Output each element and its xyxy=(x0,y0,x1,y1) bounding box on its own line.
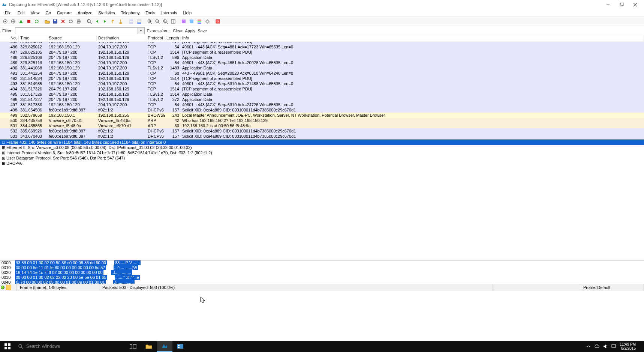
explorer-icon[interactable] xyxy=(141,341,157,352)
status-profile[interactable]: Profile: Default xyxy=(580,284,644,291)
filter-dropdown-icon[interactable]: ▾ xyxy=(138,27,145,34)
zoom-out-icon[interactable] xyxy=(154,18,161,25)
preferences-icon[interactable] xyxy=(204,18,211,25)
apply-button[interactable]: Apply xyxy=(185,29,195,33)
go-to-packet-icon[interactable] xyxy=(109,18,117,25)
packet-row[interactable]: 493331.514935192.168.150.129204.79.197.2… xyxy=(0,81,644,86)
menu-view[interactable]: View xyxy=(28,10,42,16)
show-desktop-button[interactable] xyxy=(642,341,643,352)
settings-taskbar-icon[interactable] xyxy=(172,341,188,352)
packet-row[interactable]: 498331.654506fe80::e1b9:9df8:397ff02::1:… xyxy=(0,107,644,113)
zoom-in-icon[interactable] xyxy=(146,18,153,25)
stop-capture-icon[interactable] xyxy=(25,18,33,25)
packet-row[interactable]: 486329.825012192.168.150.129204.79.197.2… xyxy=(0,44,644,50)
go-first-icon[interactable] xyxy=(117,18,124,25)
menu-edit[interactable]: Edit xyxy=(15,10,27,16)
go-forward-icon[interactable] xyxy=(101,18,109,25)
col-header-info[interactable]: Info xyxy=(181,35,644,42)
save-icon[interactable] xyxy=(51,18,59,25)
maximize-button[interactable] xyxy=(619,2,624,7)
detail-line[interactable]: ⊞ User Datagram Protocol, Src Port: 546 … xyxy=(0,155,644,161)
autoscroll-icon[interactable] xyxy=(135,18,143,25)
packet-row[interactable]: 502335.669926fe80::e1b9:9df8:397ff02::1:… xyxy=(0,128,644,134)
packet-row[interactable]: 494331.517326204.79.197.200192.168.150.1… xyxy=(0,86,644,92)
capture-filters-icon[interactable] xyxy=(180,18,187,25)
save-button[interactable]: Save xyxy=(198,29,207,33)
onedrive-icon[interactable] xyxy=(594,344,599,348)
menu-internals[interactable]: Internals xyxy=(159,10,180,16)
go-back-icon[interactable] xyxy=(93,18,101,25)
packet-row[interactable]: 491331.441254204.79.197.200192.168.150.1… xyxy=(0,71,644,76)
col-header-protocol[interactable]: Protocol xyxy=(146,35,165,42)
menu-tools[interactable]: Tools xyxy=(143,10,158,16)
display-filters-icon[interactable] xyxy=(188,18,195,25)
hex-row[interactable]: 002016 14 74 1e 1c 7f ff 02 00 00 00 00 … xyxy=(0,270,644,275)
notifications-icon[interactable] xyxy=(611,344,616,349)
menu-analyze[interactable]: Analyze xyxy=(75,10,95,16)
zoom-reset-icon[interactable]: 1 xyxy=(162,18,169,25)
col-header-destination[interactable]: Destination xyxy=(97,35,146,42)
close-file-icon[interactable] xyxy=(59,18,67,25)
start-button[interactable] xyxy=(0,341,15,352)
packet-row[interactable]: 497331.517356192.168.150.129204.79.197.2… xyxy=(0,102,644,107)
taskbar-search[interactable]: Search Windows xyxy=(15,341,124,352)
packet-list[interactable]: 485329.824869204.79.197.200192.168.150.1… xyxy=(0,42,644,139)
expression-button[interactable]: Expression... xyxy=(147,29,171,33)
hex-row[interactable]: 000033 33 00 01 00 02 00 50 56 c0 00 08 … xyxy=(0,260,644,265)
close-button[interactable] xyxy=(633,2,637,7)
detail-line[interactable]: ⊞ DHCPv6 xyxy=(0,161,644,166)
find-icon[interactable] xyxy=(85,18,93,25)
packet-row[interactable]: 499332.579659192.168.150.1192.168.150.25… xyxy=(0,113,644,118)
volume-icon[interactable] xyxy=(603,344,608,349)
detail-line[interactable]: ⊞ Internet Protocol Version 6, Src: fe80… xyxy=(0,150,644,155)
taskbar-clock[interactable]: 11:49 PM 8/2/2015 xyxy=(620,342,638,350)
hex-row[interactable]: 0040f1 7d 00 08 00 02 05 dc 00 01 00 0e … xyxy=(0,280,644,284)
packet-row[interactable]: 496331.517327204.79.197.200192.168.150.1… xyxy=(0,97,644,102)
menu-capture[interactable]: Capture xyxy=(54,10,74,16)
coloring-rules-icon[interactable] xyxy=(196,18,203,25)
menu-telephony[interactable]: Telephony xyxy=(118,10,142,16)
clear-button[interactable]: Clear xyxy=(173,29,183,33)
menu-go[interactable]: Go xyxy=(43,10,54,16)
start-capture-icon[interactable] xyxy=(17,18,25,25)
resize-columns-icon[interactable] xyxy=(169,18,177,25)
task-view-icon[interactable] xyxy=(125,341,141,352)
col-header-time[interactable]: Time xyxy=(19,35,47,42)
packet-row[interactable]: 490331.441068192.168.150.129204.79.197.2… xyxy=(0,65,644,71)
filter-input[interactable] xyxy=(15,27,138,34)
open-icon[interactable] xyxy=(43,18,51,25)
hex-row[interactable]: 003000 00 00 01 00 02 02 22 02 23 00 5e … xyxy=(0,275,644,280)
col-header-no[interactable]: No. xyxy=(0,35,19,42)
restart-capture-icon[interactable] xyxy=(33,18,40,25)
options-icon[interactable] xyxy=(9,18,17,25)
packet-row[interactable]: 500334.435758Vmware_c6:70:d1Vmware_f5:48… xyxy=(0,118,644,123)
packet-row[interactable]: 495331.517326204.79.197.200192.168.150.1… xyxy=(0,92,644,97)
hex-pane[interactable]: 000033 33 00 01 00 02 00 50 56 c0 00 08 … xyxy=(0,260,644,284)
tray-chevron-icon[interactable] xyxy=(587,344,590,348)
menu-help[interactable]: Help xyxy=(180,10,194,16)
packet-details[interactable]: □ Frame 432: 148 bytes on wire (1184 bit… xyxy=(0,139,644,260)
packet-row[interactable]: 488329.825106204.79.197.200192.168.150.1… xyxy=(0,55,644,60)
print-icon[interactable] xyxy=(75,18,82,25)
hex-row[interactable]: 001000 00 00 5e 11 01 fe 80 00 00 00 00 … xyxy=(0,265,644,270)
wireshark-taskbar-icon[interactable] xyxy=(157,341,172,352)
minimize-button[interactable]: ─ xyxy=(606,2,610,7)
colorize-icon[interactable] xyxy=(127,18,135,25)
col-header-length[interactable]: Length xyxy=(165,35,181,42)
packet-row[interactable]: 487329.825105204.79.197.200192.168.150.1… xyxy=(0,50,644,55)
packet-row[interactable]: 492331.514834204.79.197.200192.168.150.1… xyxy=(0,76,644,81)
expert-info-icon[interactable] xyxy=(6,285,11,290)
packet-row[interactable]: 489329.825113192.168.150.129204.79.197.2… xyxy=(0,60,644,65)
packet-row[interactable]: 501334.435865Vmware_f5:48:9aVmware_c6:70… xyxy=(0,123,644,128)
help-icon[interactable]: ? xyxy=(214,18,222,25)
capture-led-icon xyxy=(1,286,4,289)
menu-file[interactable]: File xyxy=(2,10,14,16)
detail-line[interactable]: ⊞ Ethernet II, Src: Vmware_c0:00:08 (00:… xyxy=(0,145,644,150)
interfaces-icon[interactable] xyxy=(1,18,9,25)
detail-line[interactable]: □ Frame 432: 148 bytes on wire (1184 bit… xyxy=(0,140,644,145)
col-header-source[interactable]: Source xyxy=(47,35,97,42)
menu-statistics[interactable]: Statistics xyxy=(96,10,117,16)
packet-row[interactable]: 503343.670403fe80::e1b9:9df8:397ff02::1:… xyxy=(0,134,644,139)
reload-icon[interactable] xyxy=(67,18,75,25)
status-packets: Packets: 503 · Displayed: 503 (100.0%) xyxy=(99,284,493,291)
